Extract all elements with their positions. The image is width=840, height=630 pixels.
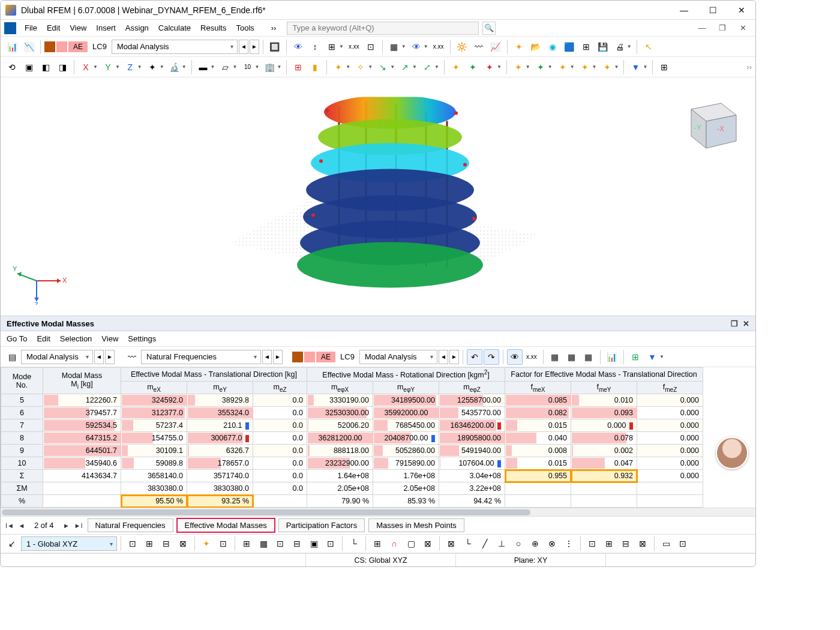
tb-btn[interactable]: ⊡ (675, 536, 691, 551)
panel-undock-icon[interactable]: ❐ (731, 319, 738, 328)
h-scrollbar[interactable] (1, 508, 755, 516)
tb-btn[interactable]: ⊞ (578, 39, 594, 55)
tb-btn[interactable]: ⊠ (175, 536, 191, 551)
next-button[interactable]: ► (449, 350, 459, 364)
app-menu-icon[interactable] (4, 22, 16, 34)
tb-btn[interactable]: ▦ (564, 349, 580, 365)
prev-button[interactable]: ◄ (239, 40, 248, 54)
tab-natural-freq[interactable]: Natural Frequencies (88, 518, 173, 532)
tb-btn[interactable]: ⊞ (290, 59, 306, 75)
tb-btn[interactable]: ▭ (658, 536, 674, 551)
tb-btn[interactable]: ⊞ (324, 39, 340, 55)
menu-results[interactable]: Results (196, 22, 231, 34)
tb-btn[interactable]: ✦ (511, 59, 526, 75)
th-group-trans[interactable]: Effective Modal Mass - Translational Dir… (121, 368, 307, 381)
tab-effective-modal[interactable]: Effective Modal Masses (177, 518, 275, 532)
tb-btn[interactable]: ▦ (581, 349, 596, 365)
panel-menu-selection[interactable]: Selection (60, 334, 92, 343)
tb-btn[interactable]: ✦ (577, 59, 593, 75)
tb-btn[interactable]: 👁 (507, 349, 523, 365)
wave-icon[interactable]: 〰 (124, 349, 140, 365)
tb-btn[interactable]: ↙ (4, 536, 20, 551)
panel-menu-view[interactable]: View (101, 334, 118, 343)
next-button[interactable]: ► (273, 350, 283, 364)
viewport-3d[interactable]: X Y Z -X -Y (1, 77, 755, 316)
tb-btn[interactable]: ⊡ (272, 536, 288, 551)
table-row[interactable]: 6379457.7312377.0355324.00.032530300.003… (1, 407, 703, 419)
tb-btn[interactable]: ⊥ (494, 536, 509, 551)
axis-icon[interactable]: ✦ (145, 59, 160, 75)
next-button[interactable]: ► (250, 40, 259, 54)
tb-btn[interactable]: ⊞ (239, 536, 254, 551)
tb-btn[interactable]: 🔲 (267, 39, 283, 55)
menu-view[interactable]: View (65, 22, 91, 34)
magnet-icon[interactable]: ∩ (386, 536, 402, 551)
table-row[interactable]: %95.50 %93.25 %79.90 %85.93 %94.42 % (1, 495, 703, 508)
tb-btn[interactable]: 10 (239, 59, 255, 75)
table-row[interactable]: 7592534.557237.4210.1 0.052006.207685450… (1, 419, 703, 432)
table-row[interactable]: 8647315.2154755.0300677.0 0.036281200.00… (1, 432, 703, 445)
th-mez[interactable]: meZ (253, 381, 307, 394)
prev-page-button[interactable]: ◄ (16, 519, 27, 532)
panel-close-icon[interactable]: ✕ (734, 21, 752, 35)
th-group-factor[interactable]: Factor for Effective Modal Mass - Transl… (505, 368, 703, 381)
table-row[interactable]: Σ4143634.73658140.03571740.00.01.64e+081… (1, 470, 703, 482)
search-input[interactable]: Type a keyword (Alt+Q) (287, 22, 479, 35)
tb-btn[interactable]: ✦ (511, 39, 527, 55)
minimize-button[interactable]: — (675, 3, 693, 17)
last-page-button[interactable]: ►I (73, 519, 84, 532)
axis-z-icon[interactable]: Z (122, 59, 138, 75)
tb-btn[interactable]: 🏢 (262, 59, 277, 75)
tb-btn[interactable]: ⊠ (420, 536, 436, 551)
tb-btn[interactable]: ⊡ (363, 39, 379, 55)
axis-x-icon[interactable]: X (78, 59, 94, 75)
tb-btn[interactable]: ↶ (467, 349, 482, 365)
tb-btn[interactable]: ⊡ (323, 536, 338, 551)
tb-btn[interactable]: 〰 (471, 39, 487, 55)
nav-cube[interactable]: -X -Y (676, 88, 742, 154)
tb-btn[interactable]: ✦ (482, 59, 497, 75)
th-mex[interactable]: meX (121, 381, 187, 394)
tb-btn[interactable]: ⊡ (125, 536, 140, 551)
tb-btn[interactable]: ▦ (547, 349, 563, 365)
tb-btn[interactable]: ↕ (307, 39, 323, 55)
th-mode[interactable]: ModeNo. (1, 368, 43, 394)
tb-btn[interactable]: ✦ (199, 536, 214, 551)
tb-btn[interactable]: x.xx (524, 349, 539, 365)
tab-masses-mesh[interactable]: Masses in Mesh Points (368, 518, 464, 532)
tb-btn[interactable]: 📊 (604, 349, 620, 365)
tb-btn[interactable]: x.xx (346, 39, 362, 55)
tb-btn[interactable]: ⊕ (527, 536, 543, 551)
next-page-button[interactable]: ► (61, 519, 72, 532)
cube-icon[interactable]: ◨ (55, 59, 70, 75)
cube-icon[interactable]: ▣ (21, 59, 37, 75)
tb-btn[interactable]: 📊 (4, 39, 20, 55)
panel-menu-goto[interactable]: Go To (7, 334, 27, 343)
tb-btn[interactable]: ↖ (641, 39, 656, 55)
tb-btn[interactable]: ▦ (256, 536, 271, 551)
search-icon[interactable]: 🔍 (482, 22, 496, 35)
prev-button[interactable]: ◄ (94, 350, 104, 364)
tb-btn[interactable]: ⊟ (158, 536, 174, 551)
tb-btn[interactable]: ⋮ (561, 536, 577, 551)
tb-btn[interactable]: x.xx (431, 39, 446, 55)
tb-btn[interactable]: ⊗ (544, 536, 560, 551)
tb-btn[interactable]: ▦ (386, 39, 402, 55)
tb-btn[interactable]: └ (346, 536, 362, 551)
table-row[interactable]: 5122260.7324592.038929.80.03330190.00341… (1, 394, 703, 407)
excel-icon[interactable]: ⊞ (628, 349, 643, 365)
tb-btn[interactable]: 📉 (21, 39, 37, 55)
tb-btn[interactable]: ⊡ (584, 536, 600, 551)
tb-btn[interactable]: ◉ (545, 39, 560, 55)
filter-icon[interactable]: ▼ (628, 59, 643, 75)
table-row[interactable]: 9644501.730109.16326.70.0888118.00505286… (1, 445, 703, 457)
menu-edit[interactable]: Edit (42, 22, 65, 34)
th-group-rot[interactable]: Effective Modal Mass - Rotational Direct… (307, 368, 505, 381)
tb-btn[interactable]: ↷ (484, 349, 499, 365)
panel-menu-edit[interactable]: Edit (37, 334, 50, 343)
tb-btn[interactable]: ○ (511, 536, 526, 551)
panel-menu-settings[interactable]: Settings (128, 334, 156, 343)
results-table[interactable]: ModeNo. Modal MassMi [kg] Effective Moda… (1, 367, 703, 508)
tb-btn[interactable]: 📂 (528, 39, 544, 55)
tb-btn[interactable]: ✧ (353, 59, 368, 75)
